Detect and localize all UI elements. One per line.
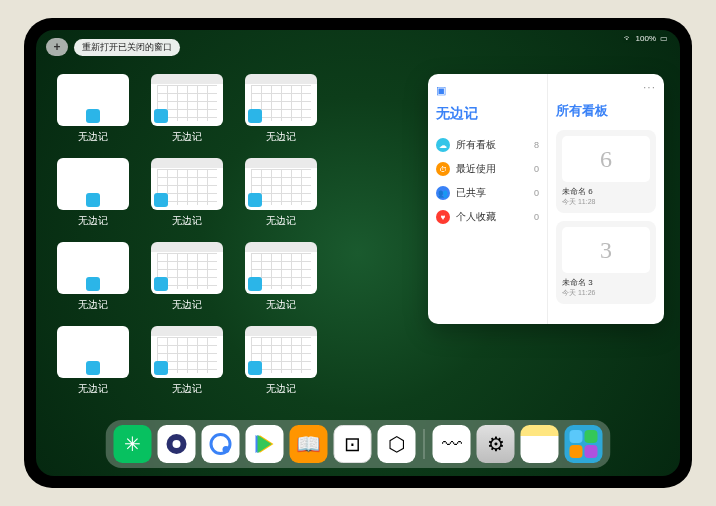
sidebar-toggle-icon[interactable]: ▣ — [436, 84, 539, 97]
freeform-panel[interactable]: ▣ 无边记 ☁所有看板8⏱最近使用0👥已共享0♥个人收藏0 ··· 所有看板 6… — [428, 74, 664, 324]
window-label: 无边记 — [172, 130, 202, 144]
dock: ✳📖⊡⬡〰⚙ — [106, 420, 611, 468]
window-preview — [245, 242, 317, 294]
window-label: 无边记 — [172, 382, 202, 396]
sidebar-item-share[interactable]: 👥已共享0 — [436, 181, 539, 205]
status-bar: ᯤ 100% ▭ — [624, 34, 668, 43]
window-preview — [151, 242, 223, 294]
sidebar-item-heart[interactable]: ♥个人收藏0 — [436, 205, 539, 229]
window-label: 无边记 — [78, 298, 108, 312]
window-label: 无边记 — [78, 130, 108, 144]
dock-settings-icon[interactable]: ⚙ — [477, 425, 515, 463]
workspace: 无边记无边记无边记无边记无边记无边记无边记无边记无边记无边记无边记无边记 ▣ 无… — [52, 74, 664, 416]
window-thumb[interactable]: 无边记 — [52, 158, 134, 228]
window-grid: 无边记无边记无边记无边记无边记无边记无边记无边记无边记无边记无边记无边记 — [52, 74, 416, 416]
sidebar-item-label: 最近使用 — [456, 162, 496, 176]
window-label: 无边记 — [78, 382, 108, 396]
window-preview — [245, 326, 317, 378]
new-window-button[interactable]: + — [46, 38, 68, 56]
panel-content: ··· 所有看板 6未命名 6今天 11:283未命名 3今天 11:26 — [548, 74, 664, 324]
window-preview — [57, 242, 129, 294]
panel-right-title: 所有看板 — [556, 102, 656, 120]
dock-wechat-icon[interactable]: ✳ — [114, 425, 152, 463]
board-time: 今天 11:26 — [562, 288, 650, 298]
window-preview — [245, 74, 317, 126]
sidebar-item-clock[interactable]: ⏱最近使用0 — [436, 157, 539, 181]
window-preview — [151, 326, 223, 378]
top-bar: + 重新打开已关闭的窗口 — [46, 38, 180, 56]
sidebar-item-label: 已共享 — [456, 186, 486, 200]
panel-sidebar: ▣ 无边记 ☁所有看板8⏱最近使用0👥已共享0♥个人收藏0 — [428, 74, 548, 324]
dock-quark-icon[interactable] — [158, 425, 196, 463]
sidebar-item-count: 8 — [534, 140, 539, 150]
panel-title: 无边记 — [436, 105, 539, 123]
window-thumb[interactable]: 无边记 — [146, 74, 228, 144]
window-label: 无边记 — [78, 214, 108, 228]
window-thumb[interactable]: 无边记 — [146, 242, 228, 312]
dock-play-icon[interactable] — [246, 425, 284, 463]
window-label: 无边记 — [266, 214, 296, 228]
battery-icon: ▭ — [660, 34, 668, 43]
screen: ᯤ 100% ▭ + 重新打开已关闭的窗口 无边记无边记无边记无边记无边记无边记… — [36, 30, 680, 476]
window-label: 无边记 — [266, 130, 296, 144]
wifi-icon: ᯤ — [624, 34, 632, 43]
window-preview — [151, 74, 223, 126]
board-time: 今天 11:28 — [562, 197, 650, 207]
board-card[interactable]: 3未命名 3今天 11:26 — [556, 221, 656, 304]
window-preview — [57, 158, 129, 210]
dock-notes-icon[interactable] — [521, 425, 559, 463]
dock-separator — [424, 429, 425, 459]
dock-books-icon[interactable]: 📖 — [290, 425, 328, 463]
sidebar-item-count: 0 — [534, 164, 539, 174]
window-thumb[interactable]: 无边记 — [240, 326, 322, 396]
board-name: 未命名 3 — [562, 277, 650, 288]
board-name: 未命名 6 — [562, 186, 650, 197]
window-label: 无边记 — [266, 298, 296, 312]
window-label: 无边记 — [172, 214, 202, 228]
window-thumb[interactable]: 无边记 — [146, 326, 228, 396]
ipad-device: ᯤ 100% ▭ + 重新打开已关闭的窗口 无边记无边记无边记无边记无边记无边记… — [24, 18, 692, 488]
window-thumb[interactable]: 无边记 — [240, 158, 322, 228]
heart-icon: ♥ — [436, 210, 450, 224]
battery-label: 100% — [636, 34, 656, 43]
dock-hex-icon[interactable]: ⬡ — [378, 425, 416, 463]
window-thumb[interactable]: 无边记 — [52, 326, 134, 396]
window-preview — [245, 158, 317, 210]
board-preview: 3 — [562, 227, 650, 273]
more-icon[interactable]: ··· — [643, 80, 656, 94]
share-icon: 👥 — [436, 186, 450, 200]
window-label: 无边记 — [172, 298, 202, 312]
window-thumb[interactable]: 无边记 — [240, 74, 322, 144]
sidebar-item-cloud[interactable]: ☁所有看板8 — [436, 133, 539, 157]
window-thumb[interactable]: 无边记 — [146, 158, 228, 228]
dock-dice-icon[interactable]: ⊡ — [334, 425, 372, 463]
dock-freeform-icon[interactable]: 〰 — [433, 425, 471, 463]
dock-applib-icon[interactable] — [565, 425, 603, 463]
sidebar-item-label: 所有看板 — [456, 138, 496, 152]
window-preview — [57, 326, 129, 378]
cloud-icon: ☁ — [436, 138, 450, 152]
window-thumb[interactable]: 无边记 — [52, 74, 134, 144]
window-preview — [57, 74, 129, 126]
board-card[interactable]: 6未命名 6今天 11:28 — [556, 130, 656, 213]
window-preview — [151, 158, 223, 210]
dock-qbrowser-icon[interactable] — [202, 425, 240, 463]
sidebar-item-count: 0 — [534, 212, 539, 222]
sidebar-item-count: 0 — [534, 188, 539, 198]
window-thumb[interactable]: 无边记 — [240, 242, 322, 312]
sidebar-item-label: 个人收藏 — [456, 210, 496, 224]
clock-icon: ⏱ — [436, 162, 450, 176]
board-preview: 6 — [562, 136, 650, 182]
window-label: 无边记 — [266, 382, 296, 396]
window-thumb[interactable]: 无边记 — [52, 242, 134, 312]
reopen-closed-button[interactable]: 重新打开已关闭的窗口 — [74, 39, 180, 56]
